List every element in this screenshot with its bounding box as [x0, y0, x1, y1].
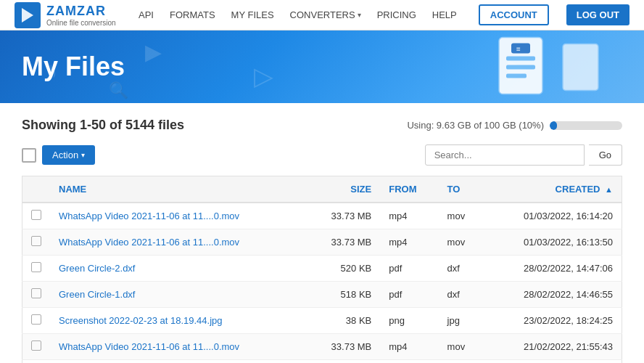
- row-created: 01/03/2022, 16:13:50: [484, 229, 622, 256]
- select-all-checkbox[interactable]: [22, 148, 36, 163]
- row-from: mp4: [380, 229, 438, 256]
- row-checkbox[interactable]: [31, 340, 41, 351]
- svg-rect-12: [511, 44, 530, 54]
- table-header-row: NAME SIZE FROM TO CREATED ▲: [22, 176, 622, 203]
- row-checkbox[interactable]: [31, 210, 41, 220]
- storage-bar-bg: [550, 121, 622, 130]
- storage-bar-fill: [550, 121, 557, 130]
- row-from: mp4: [380, 203, 438, 229]
- action-right: Go: [425, 144, 622, 166]
- row-checkbox-cell: [22, 229, 51, 256]
- row-created: 01/03/2022, 16:14:20: [484, 203, 622, 229]
- row-size: 33.73 MB: [305, 203, 380, 229]
- logout-button[interactable]: LOG OUT: [566, 4, 629, 25]
- sort-icon: ▲: [605, 185, 613, 194]
- row-from: png: [380, 308, 438, 334]
- action-button[interactable]: Action ▾: [42, 145, 95, 165]
- file-link[interactable]: Screenshot 2022-02-23 at 18.19.44.jpg: [59, 315, 223, 326]
- svg-rect-14: [563, 44, 598, 90]
- row-size: 33.73 MB: [305, 360, 380, 364]
- table-row: Green Circle-2.dxf 520 KB pdf dxf 28/02/…: [22, 256, 622, 282]
- row-checkbox[interactable]: [31, 236, 41, 246]
- nav-formats[interactable]: FORMATS: [168, 7, 217, 23]
- file-link[interactable]: Green Circle-1.dxf: [59, 289, 135, 300]
- row-checkbox[interactable]: [31, 262, 41, 272]
- file-link[interactable]: WhatsApp Video 2021-11-06 at 11....0.mov: [59, 211, 239, 221]
- row-created: 21/02/2022, 21:55:43: [484, 334, 622, 360]
- table-row: WhatsApp Video 2021-11-06 at 11....0.mov…: [22, 334, 622, 360]
- hero-banner: ♪ ▶ ▷ ▶ 🔍 My Files ≡: [0, 30, 644, 103]
- file-link[interactable]: Green Circle-2.dxf: [59, 263, 135, 274]
- svg-rect-11: [506, 74, 527, 78]
- storage-label: Using: 9.63 GB of 100 GB (10%): [407, 120, 544, 131]
- svg-rect-9: [506, 57, 535, 61]
- th-name: NAME: [50, 176, 305, 203]
- row-to: mov: [439, 334, 484, 360]
- th-checkbox: [22, 176, 51, 203]
- hero-file-icon: ≡: [495, 36, 546, 98]
- row-checkbox-cell: [22, 203, 51, 229]
- svg-text:▷: ▷: [254, 62, 273, 90]
- row-to: dxf: [439, 256, 484, 282]
- converters-dropdown-icon: ▾: [358, 11, 361, 19]
- nav-pricing[interactable]: PRICING: [376, 7, 418, 23]
- logo-icon: [15, 2, 41, 28]
- row-size: 520 KB: [305, 256, 380, 282]
- th-created[interactable]: CREATED ▲: [484, 176, 622, 203]
- table-row: WhatsApp Video 2021-11-06 at 11....0.mov…: [22, 203, 622, 229]
- row-created: 28/02/2022, 14:46:55: [484, 282, 622, 308]
- logo-name: ZAMZAR: [46, 4, 116, 19]
- row-name: WhatsApp Video 2021-11-06 at 11....0.mov: [50, 360, 305, 364]
- svg-text:▶: ▶: [145, 40, 162, 64]
- nav-help[interactable]: HELP: [431, 7, 458, 23]
- nav-converters[interactable]: CONVERTERS ▾: [289, 7, 363, 23]
- row-checkbox[interactable]: [31, 288, 41, 298]
- table-row: Screenshot 2022-02-23 at 18.19.44.jpg 38…: [22, 308, 622, 334]
- nav-api[interactable]: API: [137, 7, 155, 23]
- svg-text:🔍: 🔍: [109, 81, 129, 100]
- file-link[interactable]: WhatsApp Video 2021-11-06 at 11....0.mov: [59, 237, 239, 248]
- svg-rect-10: [506, 65, 535, 70]
- file-link[interactable]: WhatsApp Video 2021-11-06 at 11....0.mov: [59, 341, 239, 352]
- account-button[interactable]: ACCOUNT: [479, 4, 549, 25]
- row-size: 33.73 MB: [305, 229, 380, 256]
- table-row: WhatsApp Video 2021-11-06 at 11....0.mov…: [22, 229, 622, 256]
- storage-info: Using: 9.63 GB of 100 GB (10%): [407, 120, 622, 131]
- search-input[interactable]: [425, 144, 585, 166]
- th-from: FROM: [380, 176, 438, 203]
- row-from: pdf: [380, 282, 438, 308]
- action-left: Action ▾: [22, 145, 95, 165]
- header: ZAMZAR Online file conversion API FORMAT…: [0, 0, 644, 30]
- hero-file-icons: ≡: [495, 36, 600, 98]
- files-table: NAME SIZE FROM TO CREATED ▲ WhatsApp Vid…: [22, 176, 622, 363]
- row-to: mov: [439, 360, 484, 364]
- hero-file-icon-2: [561, 42, 600, 91]
- row-checkbox[interactable]: [31, 314, 41, 325]
- row-checkbox-cell: [22, 360, 51, 364]
- action-caret-icon: ▾: [81, 151, 85, 159]
- row-from: pdf: [380, 256, 438, 282]
- top-row: Showing 1-50 of 5144 files Using: 9.63 G…: [22, 118, 622, 133]
- row-created: 23/02/2022, 18:24:25: [484, 308, 622, 334]
- th-size: SIZE: [305, 176, 380, 203]
- row-name: Screenshot 2022-02-23 at 18.19.44.jpg: [50, 308, 305, 334]
- main-content: Showing 1-50 of 5144 files Using: 9.63 G…: [0, 103, 644, 363]
- row-size: 518 KB: [305, 282, 380, 308]
- row-size: 33.73 MB: [305, 334, 380, 360]
- row-to: jpg: [439, 308, 484, 334]
- action-row: Action ▾ Go: [22, 144, 622, 166]
- row-to: dxf: [439, 282, 484, 308]
- row-name: WhatsApp Video 2021-11-06 at 11....0.mov: [50, 203, 305, 229]
- nav-my-files[interactable]: MY FILES: [230, 7, 276, 23]
- go-button[interactable]: Go: [589, 144, 622, 166]
- table-row: WhatsApp Video 2021-11-06 at 11....0.mov…: [22, 360, 622, 364]
- row-name: Green Circle-1.dxf: [50, 282, 305, 308]
- main-nav: API FORMATS MY FILES CONVERTERS ▾ PRICIN…: [137, 4, 629, 25]
- svg-text:≡: ≡: [516, 45, 521, 53]
- row-name: Green Circle-2.dxf: [50, 256, 305, 282]
- logo-area: ZAMZAR Online file conversion: [15, 2, 116, 28]
- row-name: WhatsApp Video 2021-11-06 at 11....0.mov: [50, 334, 305, 360]
- row-checkbox-cell: [22, 308, 51, 334]
- th-to: TO: [439, 176, 484, 203]
- row-from: mp4: [380, 334, 438, 360]
